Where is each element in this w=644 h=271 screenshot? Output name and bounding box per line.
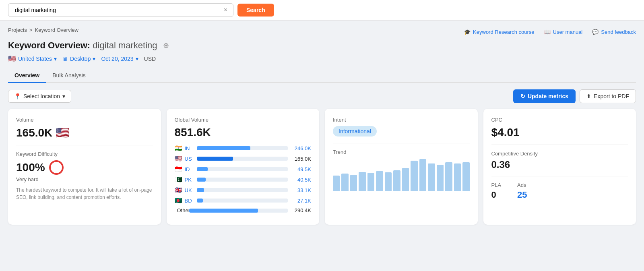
- intent-badge: Informational: [333, 126, 377, 137]
- other-label: Other: [177, 207, 187, 213]
- toolbar-right: ↻ Update metrics ⬆ Export to PDF: [513, 89, 636, 103]
- breadcrumb-parent[interactable]: Projects: [8, 27, 27, 33]
- trend-bar: [411, 161, 417, 191]
- trend-bar: [454, 163, 461, 191]
- export-button[interactable]: ⬆ Export to PDF: [580, 89, 636, 103]
- graduation-icon: 🎓: [464, 29, 471, 35]
- country-row: 🇺🇸 US 165.0K: [175, 155, 312, 162]
- kd-label: Keyword Difficulty: [16, 151, 153, 157]
- update-metrics-button[interactable]: ↻ Update metrics: [513, 89, 576, 103]
- country-flag: 🇺🇸: [175, 155, 182, 162]
- kd-description: The hardest keyword to compete for. It w…: [16, 186, 153, 201]
- keyword-research-course-link[interactable]: 🎓 Keyword Research course: [464, 29, 534, 35]
- other-bar-fill: [189, 209, 258, 213]
- refresh-icon: ↻: [520, 93, 525, 99]
- country-flag: 🇮🇳: [175, 145, 182, 152]
- add-keyword-icon[interactable]: ⊕: [163, 41, 169, 50]
- clear-button[interactable]: ×: [222, 6, 229, 14]
- filters-row: 🇺🇸 United States ▾ 🖥 Desktop ▾ Oct 20, 2…: [8, 55, 636, 62]
- tab-bulk-analysis[interactable]: Bulk Analysis: [46, 69, 92, 83]
- tab-overview[interactable]: Overview: [8, 69, 46, 83]
- export-label: Export to PDF: [594, 93, 629, 99]
- country-code: IN: [185, 145, 194, 151]
- volume-label: Volume: [16, 117, 153, 123]
- country-flag: 🇵🇰: [175, 176, 182, 183]
- send-feedback-link[interactable]: 💬 Send feedback: [592, 29, 636, 35]
- breadcrumb: Projects > Keyword Overview: [8, 27, 78, 33]
- device-icon: 🖥: [62, 56, 68, 62]
- main-content: Projects > Keyword Overview 🎓 Keyword Re…: [0, 21, 644, 231]
- country-filter[interactable]: 🇺🇸 United States ▾: [8, 55, 57, 62]
- country-row: 🇬🇧 UK 33.1K: [175, 186, 312, 194]
- trend-bar: [359, 172, 365, 191]
- pla-value: 0: [491, 190, 502, 200]
- cpc-value: $4.01: [491, 126, 628, 139]
- breadcrumb-separator: >: [29, 27, 33, 33]
- country-chevron-icon: ▾: [54, 56, 57, 62]
- country-row: 🇮🇩 ID 49.5K: [175, 165, 312, 173]
- trend-bar: [402, 168, 409, 191]
- chat-icon: 💬: [592, 29, 599, 35]
- top-bar: × Search: [0, 0, 644, 21]
- bar-bg: [197, 146, 288, 150]
- intent-label: Intent: [333, 117, 470, 123]
- ads-item: Ads 25: [517, 182, 527, 200]
- country-code: PK: [185, 177, 194, 183]
- keyword-research-course-label: Keyword Research course: [473, 29, 534, 35]
- tabs-row: Overview Bulk Analysis: [8, 69, 636, 83]
- pla-ads-row: PLA 0 Ads 25: [491, 182, 628, 200]
- select-location-label: Select location: [23, 93, 60, 99]
- competitive-density-label: Competitive Density: [491, 151, 628, 157]
- page-title-keyword: digital marketing: [93, 40, 157, 50]
- page-title: Keyword Overview: digital marketing: [8, 40, 157, 51]
- trend-bar: [376, 171, 383, 191]
- other-value: 290.4K: [290, 207, 311, 213]
- volume-card: Volume 165.0K 🇺🇸 Keyword Difficulty 100%…: [8, 109, 161, 225]
- trend-bar: [437, 165, 444, 191]
- book-icon: 📖: [544, 29, 551, 35]
- toolbar-row: 📍 Select location ▾ ↻ Update metrics ⬆ E…: [8, 89, 636, 103]
- country-rows: 🇮🇳 IN 246.0K 🇺🇸 US 165.0K 🇮🇩 ID 49.5K 🇵🇰…: [175, 145, 312, 204]
- date-chevron-icon: ▾: [136, 56, 138, 62]
- country-value: 49.5K: [290, 166, 311, 172]
- country-row: 🇧🇩 BD 27.1K: [175, 197, 312, 204]
- trend-bar: [385, 172, 392, 191]
- global-volume-label: Global Volume: [175, 117, 312, 123]
- search-button[interactable]: Search: [237, 4, 274, 17]
- country-code: UK: [185, 187, 194, 193]
- select-location-button[interactable]: 📍 Select location ▾: [8, 90, 71, 103]
- country-value: 40.5K: [290, 177, 311, 183]
- user-manual-link[interactable]: 📖 User manual: [544, 29, 583, 35]
- update-metrics-label: Update metrics: [528, 93, 568, 99]
- trend-bars: [333, 159, 470, 191]
- search-input[interactable]: [12, 4, 222, 17]
- device-filter[interactable]: 🖥 Desktop ▾: [62, 56, 95, 62]
- kd-row: 100%: [16, 160, 153, 175]
- other-row: Other 290.4K: [175, 207, 312, 213]
- country-row: 🇵🇰 PK 40.5K: [175, 176, 312, 183]
- ads-label: Ads: [517, 182, 527, 188]
- trend-bar: [419, 159, 426, 191]
- currency-label: USD: [144, 56, 156, 62]
- kd-value: 100%: [16, 161, 45, 174]
- country-flag: 🇧🇩: [175, 197, 182, 204]
- export-icon: ⬆: [586, 93, 591, 99]
- country-value: 33.1K: [290, 187, 311, 193]
- bar-fill: [197, 146, 251, 150]
- user-manual-label: User manual: [553, 29, 583, 35]
- date-label: Oct 20, 2023: [101, 56, 133, 62]
- date-filter[interactable]: Oct 20, 2023 ▾: [101, 56, 138, 62]
- trend-bar: [333, 176, 340, 191]
- bar-bg: [197, 167, 288, 171]
- pla-label: PLA: [491, 182, 502, 188]
- trend-bar: [350, 175, 357, 191]
- country-flag: 🇮🇩: [175, 165, 182, 173]
- intent-trend-card: Intent Informational Trend: [325, 109, 478, 225]
- country-code: US: [185, 156, 194, 162]
- bar-fill: [197, 157, 233, 161]
- bar-bg: [197, 199, 288, 203]
- bar-fill: [197, 167, 208, 171]
- location-icon: 📍: [14, 93, 21, 99]
- send-feedback-label: Send feedback: [601, 29, 636, 35]
- search-wrapper: ×: [8, 3, 233, 17]
